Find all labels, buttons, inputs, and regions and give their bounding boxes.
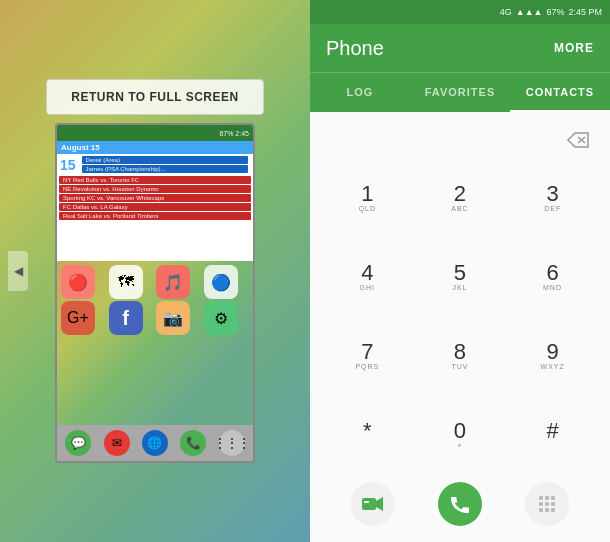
- key-7[interactable]: 7 PQRS: [322, 318, 413, 395]
- app-icon[interactable]: 🔴: [61, 265, 95, 299]
- svg-rect-7: [551, 496, 555, 500]
- svg-rect-11: [539, 508, 543, 512]
- return-to-fullscreen-button[interactable]: RETURN TO FULL SCREEN: [46, 79, 263, 115]
- svg-rect-10: [551, 502, 555, 506]
- apps-dock-icon[interactable]: ⋮⋮⋮: [219, 430, 245, 456]
- keypad: 1 QLD 2 ABC 3 DEF 4 GHI 5 JKL 6 MNO: [318, 160, 602, 474]
- phone-tabs: LOG FAVORITES CONTACTS: [310, 72, 610, 112]
- phone-dock-icon[interactable]: 📞: [180, 430, 206, 456]
- key-6[interactable]: 6 MNO: [507, 239, 598, 316]
- key-4[interactable]: 4 GHI: [322, 239, 413, 316]
- left-arrow[interactable]: ◀: [8, 251, 28, 291]
- preview-container: RETURN TO FULL SCREEN 67% 2:45 August 15…: [46, 79, 263, 463]
- calendar-event: NE Revolution vs. Houston Dynamo: [59, 185, 251, 193]
- svg-rect-9: [545, 502, 549, 506]
- left-panel: ◀ RETURN TO FULL SCREEN 67% 2:45 August …: [0, 0, 310, 542]
- calendar-event: Real Salt Lake vs. Portland Timbers: [59, 212, 251, 220]
- preview-dock: 💬 ✉ 🌐 📞 ⋮⋮⋮: [57, 425, 253, 461]
- call-button[interactable]: [438, 482, 482, 526]
- hide-dialpad-button[interactable]: [525, 482, 569, 526]
- chrome-dock-icon[interactable]: 🌐: [142, 430, 168, 456]
- dialer-actions: [318, 474, 602, 534]
- key-9[interactable]: 9 WXYZ: [507, 318, 598, 395]
- tab-log[interactable]: LOG: [310, 73, 410, 112]
- app-icon[interactable]: 🗺: [109, 265, 143, 299]
- key-hash[interactable]: #: [507, 397, 598, 474]
- calendar-event: FC Dallas vs. LA Galaxy: [59, 203, 251, 211]
- svg-marker-3: [376, 497, 383, 511]
- phone-header: Phone MORE: [310, 24, 610, 72]
- dialer-display: [318, 120, 602, 160]
- svg-rect-12: [545, 508, 549, 512]
- svg-rect-13: [551, 508, 555, 512]
- app-icon[interactable]: f: [109, 301, 143, 335]
- calendar-date-row: 15 Derek (Area) James (PSA Championship)…: [57, 154, 253, 175]
- status-time: 2:45 PM: [568, 7, 602, 17]
- calendar-event: Sporting KC vs. Vancouver Whitecaps: [59, 194, 251, 202]
- svg-rect-4: [364, 501, 369, 503]
- more-button[interactable]: MORE: [554, 41, 594, 55]
- video-call-button[interactable]: [351, 482, 395, 526]
- svg-rect-8: [539, 502, 543, 506]
- app-icon[interactable]: G+: [61, 301, 95, 335]
- app-icon[interactable]: 🎵: [156, 265, 190, 299]
- svg-rect-6: [545, 496, 549, 500]
- preview-time: 67% 2:45: [219, 130, 249, 137]
- svg-rect-2: [362, 498, 376, 510]
- key-2[interactable]: 2 ABC: [415, 160, 506, 237]
- preview-apps-grid: 🔴 🗺 🎵 🔵 G+ f 📷 ⚙: [57, 261, 253, 425]
- right-panel: 4G ▲▲▲ 67% 2:45 PM Phone MORE LOG FAVORI…: [310, 0, 610, 542]
- calendar-event: Derek (Area): [82, 156, 248, 164]
- tab-favorites[interactable]: FAVORITES: [410, 73, 510, 112]
- app-icon[interactable]: 📷: [156, 301, 190, 335]
- status-battery: 67%: [546, 7, 564, 17]
- key-0[interactable]: 0 +: [415, 397, 506, 474]
- tab-contacts[interactable]: CONTACTS: [510, 73, 610, 112]
- key-star[interactable]: *: [322, 397, 413, 474]
- preview-status-bar: 67% 2:45: [57, 125, 253, 141]
- app-icon[interactable]: 🔵: [204, 265, 238, 299]
- calendar-event: NY Red Bulls vs. Toronto FC: [59, 176, 251, 184]
- calendar-header: August 15: [57, 141, 253, 154]
- hangouts-dock-icon[interactable]: 💬: [65, 430, 91, 456]
- backspace-button[interactable]: [562, 126, 594, 154]
- preview-calendar: August 15 15 Derek (Area) James (PSA Cha…: [57, 141, 253, 261]
- app-icon[interactable]: ⚙: [204, 301, 238, 335]
- calendar-date-num: 15: [60, 157, 76, 173]
- key-8[interactable]: 8 TUV: [415, 318, 506, 395]
- phone-preview: 67% 2:45 August 15 15 Derek (Area) James…: [55, 123, 255, 463]
- svg-rect-5: [539, 496, 543, 500]
- gmail-dock-icon[interactable]: ✉: [104, 430, 130, 456]
- status-signal: ▲▲▲: [516, 7, 543, 17]
- status-network: 4G: [500, 7, 512, 17]
- key-3[interactable]: 3 DEF: [507, 160, 598, 237]
- dialer-area: 1 QLD 2 ABC 3 DEF 4 GHI 5 JKL 6 MNO: [310, 112, 610, 542]
- calendar-event: James (PSA Championship)...: [82, 165, 248, 173]
- key-1[interactable]: 1 QLD: [322, 160, 413, 237]
- key-5[interactable]: 5 JKL: [415, 239, 506, 316]
- phone-title: Phone: [326, 37, 384, 60]
- status-bar: 4G ▲▲▲ 67% 2:45 PM: [310, 0, 610, 24]
